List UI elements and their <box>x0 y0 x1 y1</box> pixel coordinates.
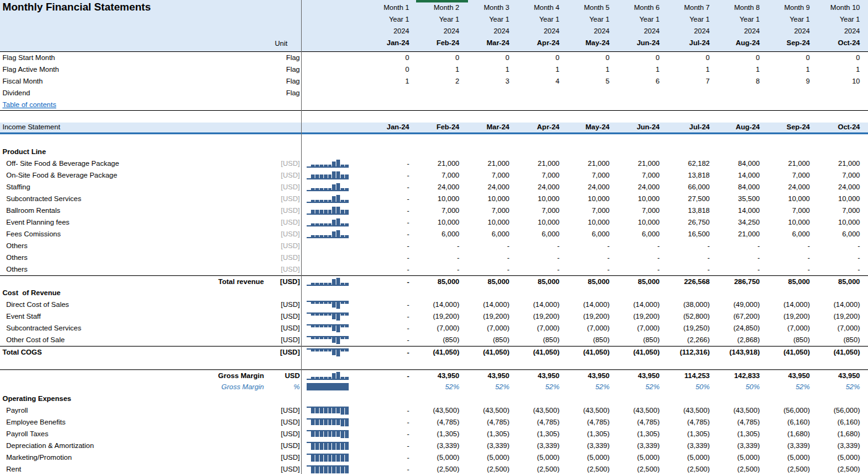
spark-cell[interactable] <box>301 381 367 393</box>
value-cell[interactable]: 0 <box>717 52 767 64</box>
value-cell[interactable]: - <box>367 347 417 358</box>
value-cell[interactable] <box>767 358 817 369</box>
row-label[interactable]: Dividend <box>0 87 266 99</box>
unit-cell[interactable] <box>266 99 301 110</box>
value-cell[interactable]: (24,850) <box>717 322 767 334</box>
value-cell[interactable]: (6,160) <box>817 416 867 428</box>
value-cell[interactable]: 84,000 <box>717 158 767 170</box>
value-cell[interactable]: (43,500) <box>467 405 517 416</box>
value-cell[interactable] <box>367 99 417 110</box>
value-cell[interactable]: 1 <box>467 64 517 75</box>
value-cell[interactable] <box>617 111 667 123</box>
value-cell[interactable] <box>817 111 867 123</box>
value-cell[interactable]: - <box>367 217 417 228</box>
value-cell[interactable]: (2,500) <box>817 463 867 474</box>
value-cell[interactable]: - <box>367 463 417 474</box>
value-cell[interactable]: (2,500) <box>517 463 567 474</box>
spark-cell[interactable] <box>301 416 367 428</box>
value-cell[interactable]: 24,000 <box>817 181 867 193</box>
value-cell[interactable]: 21,000 <box>417 158 467 170</box>
value-cell[interactable] <box>467 134 517 146</box>
row-label[interactable]: Cost of Revenue <box>0 287 266 299</box>
unit-cell[interactable]: [USD] <box>266 311 301 322</box>
value-cell[interactable]: (850) <box>517 334 567 346</box>
spark-cell[interactable] <box>301 75 367 87</box>
value-cell[interactable]: - <box>367 299 417 311</box>
spark-cell[interactable] <box>301 240 367 252</box>
value-cell[interactable] <box>417 111 467 123</box>
value-cell[interactable]: 52% <box>617 381 667 393</box>
row-label[interactable]: Flag Start Month <box>0 52 266 64</box>
value-cell[interactable]: (52,800) <box>667 311 717 322</box>
value-cell[interactable]: 7,000 <box>517 205 567 217</box>
spark-cell[interactable] <box>301 205 367 217</box>
value-cell[interactable] <box>667 111 717 123</box>
value-cell[interactable]: - <box>667 240 717 252</box>
value-cell[interactable]: (1,305) <box>517 428 567 440</box>
spark-cell[interactable] <box>301 158 367 170</box>
value-cell[interactable] <box>517 146 567 158</box>
value-cell[interactable]: Jun-24 <box>617 123 667 132</box>
value-cell[interactable] <box>617 393 667 405</box>
month-header-column[interactable]: Month 1Year 12024Jan-24 <box>367 2 417 49</box>
value-cell[interactable] <box>617 87 667 99</box>
value-cell[interactable]: (43,500) <box>717 405 767 416</box>
month-header-column[interactable]: Month 3Year 12024Mar-24 <box>467 2 517 49</box>
value-cell[interactable]: (1,305) <box>417 428 467 440</box>
value-cell[interactable]: (2,500) <box>667 463 717 474</box>
value-cell[interactable]: 2 <box>417 75 467 87</box>
value-cell[interactable]: 85,000 <box>767 276 817 287</box>
spark-cell[interactable] <box>301 170 367 181</box>
value-cell[interactable]: (3,339) <box>467 440 517 452</box>
unit-cell[interactable]: [USD] <box>266 416 301 428</box>
value-cell[interactable]: - <box>367 158 417 170</box>
value-cell[interactable] <box>567 358 617 369</box>
value-cell[interactable]: (1,305) <box>467 428 517 440</box>
spark-cell[interactable] <box>301 52 367 64</box>
table-of-contents-link[interactable]: Table of contents <box>2 99 266 110</box>
value-cell[interactable] <box>417 134 467 146</box>
unit-cell[interactable]: USD <box>266 370 301 381</box>
value-cell[interactable] <box>717 99 767 110</box>
value-cell[interactable]: - <box>367 181 417 193</box>
value-cell[interactable] <box>517 111 567 123</box>
value-cell[interactable]: 21,000 <box>767 158 817 170</box>
spark-cell[interactable] <box>301 311 367 322</box>
value-cell[interactable]: - <box>367 252 417 264</box>
row-label[interactable]: Subcontracted Services <box>0 322 266 334</box>
value-cell[interactable]: 7,000 <box>517 170 567 181</box>
value-cell[interactable]: 16,500 <box>667 228 717 240</box>
unit-cell[interactable]: [USD] <box>266 452 301 463</box>
unit-cell[interactable]: [USD] <box>266 322 301 334</box>
value-cell[interactable]: 1 <box>567 64 617 75</box>
value-cell[interactable]: (7,000) <box>567 322 617 334</box>
value-cell[interactable]: 7,000 <box>567 170 617 181</box>
value-cell[interactable]: (43,500) <box>517 405 567 416</box>
value-cell[interactable]: 6,000 <box>617 228 667 240</box>
value-cell[interactable]: 14,000 <box>717 205 767 217</box>
unit-cell[interactable]: % <box>266 381 301 393</box>
value-cell[interactable]: (3,339) <box>617 440 667 452</box>
value-cell[interactable]: (4,785) <box>717 416 767 428</box>
value-cell[interactable]: 50% <box>667 381 717 393</box>
spark-cell[interactable] <box>301 64 367 75</box>
value-cell[interactable]: 10,000 <box>767 217 817 228</box>
row-label[interactable]: Total revenue <box>0 276 266 287</box>
value-cell[interactable]: 66,000 <box>667 181 717 193</box>
value-cell[interactable]: 9 <box>767 75 817 87</box>
value-cell[interactable]: (14,000) <box>567 299 617 311</box>
value-cell[interactable]: 52% <box>767 381 817 393</box>
spark-cell[interactable] <box>301 405 367 416</box>
value-cell[interactable]: (3,339) <box>567 440 617 452</box>
value-cell[interactable] <box>367 134 417 146</box>
value-cell[interactable]: - <box>467 264 517 275</box>
value-cell[interactable]: (4,785) <box>517 416 567 428</box>
value-cell[interactable]: Aug-24 <box>717 123 767 132</box>
value-cell[interactable]: 43,950 <box>767 370 817 381</box>
value-cell[interactable]: (3,339) <box>767 440 817 452</box>
value-cell[interactable]: 26,750 <box>667 217 717 228</box>
value-cell[interactable]: - <box>767 240 817 252</box>
value-cell[interactable]: (19,200) <box>467 311 517 322</box>
value-cell[interactable]: 43,950 <box>617 370 667 381</box>
spark-cell[interactable] <box>301 99 367 110</box>
